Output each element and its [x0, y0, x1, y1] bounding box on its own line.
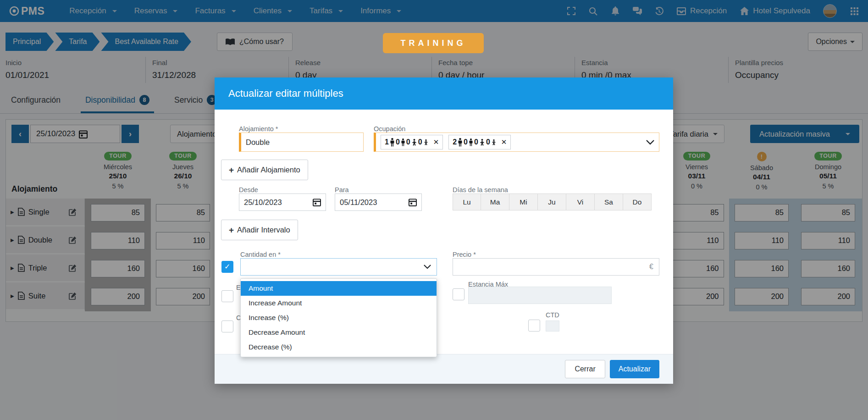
cantidad-en-label: Cantidad en *	[240, 251, 281, 258]
estancia-row-checkbox[interactable]	[221, 290, 233, 302]
adult-icon	[458, 138, 462, 147]
weekday-buttons: Lu Ma Mi Ju Vi Sa Do	[453, 193, 652, 210]
child-icon	[412, 139, 417, 146]
price-row-checkbox[interactable]	[221, 261, 233, 273]
app-root: PMS Recepción Reservas Facturas Clientes…	[0, 0, 868, 420]
occupancy-token[interactable]: 1 0 0 0	[381, 135, 443, 149]
weekday-do[interactable]: Do	[623, 193, 652, 210]
add-alojamiento-button[interactable]: + Añadir Alojamiento	[221, 160, 308, 180]
calendar-icon	[409, 198, 417, 206]
ctd-value-box	[546, 321, 559, 332]
adult-small-icon	[469, 138, 473, 146]
ctd-checkbox[interactable]	[528, 320, 540, 332]
child-icon	[480, 139, 485, 146]
adult-small-icon	[401, 138, 405, 146]
modal-title: Actualizar editar múltiples	[228, 88, 343, 99]
modal-header: Actualizar editar múltiples	[215, 77, 673, 110]
alojamiento-label: Alojamiento *	[239, 125, 278, 133]
ocupacion-multiselect[interactable]: 1 0 0 0 2 0 0 0	[374, 133, 659, 152]
adult-icon	[390, 138, 394, 147]
remove-token-icon[interactable]	[433, 138, 439, 146]
desde-label: Desde	[239, 186, 258, 193]
modal-footer: Cerrar Actualizar	[215, 354, 673, 384]
add-intervalo-button[interactable]: + Añadir Intervalo	[221, 220, 298, 240]
option-decrease-amount[interactable]: Decrease Amount	[241, 325, 437, 340]
occupancy-token[interactable]: 2 0 0 0	[448, 135, 511, 149]
weekday-mi[interactable]: Mi	[509, 193, 538, 210]
weekday-ju[interactable]: Ju	[538, 193, 566, 210]
remove-token-icon[interactable]	[501, 138, 507, 146]
estancia-max-checkbox[interactable]	[453, 288, 464, 300]
infant-icon	[424, 139, 428, 145]
chevron-down-icon	[424, 265, 431, 269]
euro-suffix: €	[649, 263, 653, 271]
chevron-down-icon	[646, 140, 654, 145]
dias-semana-label: Días de la semana	[453, 186, 508, 193]
calendar-icon	[313, 198, 321, 206]
ocupacion-label: Ocupación	[374, 125, 405, 133]
cantidad-en-select[interactable]	[240, 258, 437, 276]
precio-label: Precio *	[453, 251, 476, 258]
cantidad-en-dropdown-menu: Amount Increase Amount Increase (%) Decr…	[240, 278, 437, 357]
cta-row-checkbox[interactable]	[221, 321, 233, 332]
alojamiento-field[interactable]: Double	[239, 133, 364, 152]
option-increase-percent[interactable]: Increase (%)	[241, 310, 437, 325]
training-environment-ribbon: TRAINING	[383, 33, 484, 53]
weekday-sa[interactable]: Sa	[595, 193, 623, 210]
precio-input[interactable]: €	[453, 258, 659, 276]
option-increase-amount[interactable]: Increase Amount	[241, 296, 437, 310]
ctd-label: CTD	[546, 311, 559, 319]
infant-icon	[492, 139, 496, 145]
desde-date-input[interactable]: 25/10/2023	[239, 193, 326, 211]
para-date-input[interactable]: 05/11/2023	[335, 193, 422, 211]
weekday-ma[interactable]: Ma	[481, 193, 509, 210]
estancia-max-input[interactable]	[468, 287, 612, 304]
weekday-vi[interactable]: Vi	[566, 193, 595, 210]
bulk-edit-modal: Actualizar editar múltiples Alojamiento …	[215, 77, 673, 384]
actualizar-button[interactable]: Actualizar	[610, 360, 659, 378]
option-amount[interactable]: Amount	[241, 281, 437, 296]
option-decrease-percent[interactable]: Decrease (%)	[241, 340, 437, 354]
weekday-lu[interactable]: Lu	[453, 193, 481, 210]
para-label: Para	[335, 186, 349, 193]
cerrar-button[interactable]: Cerrar	[565, 360, 605, 378]
